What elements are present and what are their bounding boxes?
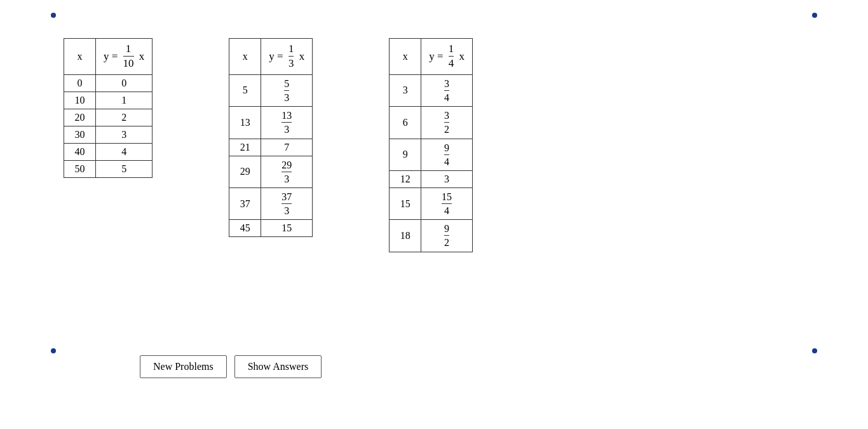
table1-formula-header: y = 110 x — [96, 39, 153, 75]
y-cell: 53 — [261, 74, 313, 106]
y-cell: 154 — [421, 187, 473, 219]
x-cell: 6 — [390, 107, 421, 139]
fraction-cell: 92 — [444, 222, 449, 249]
x-cell: 40 — [64, 143, 96, 160]
table2-formula-header: y = 13 x — [261, 39, 313, 75]
table-row: 404 — [64, 143, 153, 160]
table2: x y = 13 x 5531313321729293373734515 — [229, 38, 313, 237]
table3-formula-header: y = 14 x — [421, 39, 473, 75]
x-cell: 10 — [64, 92, 96, 109]
dot-top-left — [51, 13, 56, 18]
x-cell: 12 — [390, 170, 421, 187]
table-row: 15154 — [390, 187, 473, 219]
table1: x y = 110 x 00101202303404505 — [64, 38, 153, 178]
table-row: 00 — [64, 74, 153, 92]
y-cell: 3 — [96, 126, 153, 143]
y-cell: 92 — [421, 220, 473, 252]
table1-x-header: x — [64, 39, 96, 75]
x-cell: 50 — [64, 160, 96, 177]
table2-fraction: 13 — [288, 43, 294, 71]
table-row: 334 — [390, 74, 473, 106]
table-row: 13133 — [229, 107, 313, 139]
fraction-cell: 133 — [281, 109, 292, 135]
y-cell: 34 — [421, 74, 473, 106]
y-cell: 133 — [261, 107, 313, 139]
tables-container: x y = 110 x 00101202303404505 x — [64, 38, 473, 252]
table-row: 505 — [64, 160, 153, 177]
x-cell: 9 — [390, 139, 421, 170]
y-cell: 3 — [421, 170, 473, 187]
table-row: 632 — [390, 107, 473, 139]
table-row: 101 — [64, 92, 153, 109]
table1-formula: y = 110 x — [104, 43, 144, 71]
table-row: 202 — [64, 109, 153, 126]
fraction-cell: 154 — [442, 191, 452, 217]
fraction-cell: 34 — [444, 78, 449, 104]
y-cell: 32 — [421, 107, 473, 139]
x-cell: 20 — [64, 109, 96, 126]
y-cell: 7 — [261, 139, 313, 156]
table-row: 303 — [64, 126, 153, 143]
fraction-cell: 53 — [284, 78, 289, 104]
y-cell: 5 — [96, 160, 153, 177]
x-cell: 30 — [64, 126, 96, 143]
x-cell: 18 — [390, 220, 421, 252]
table3-formula: y = 14 x — [429, 43, 465, 71]
table-row: 29293 — [229, 156, 313, 187]
y-cell: 373 — [261, 187, 313, 219]
buttons-container: New Problems Show Answers — [140, 355, 322, 378]
x-cell: 45 — [229, 220, 261, 237]
table-row: 994 — [390, 139, 473, 170]
fraction-cell: 293 — [281, 159, 292, 185]
dot-bottom-left — [51, 348, 56, 353]
table-row: 123 — [390, 170, 473, 187]
table1-wrapper: x y = 110 x 00101202303404505 — [64, 38, 153, 252]
table-row: 217 — [229, 139, 313, 156]
y-cell: 293 — [261, 156, 313, 187]
table1-fraction: 110 — [123, 43, 134, 71]
y-cell: 15 — [261, 220, 313, 237]
table3-x-header: x — [390, 39, 421, 75]
x-cell: 0 — [64, 74, 96, 92]
table-row: 37373 — [229, 187, 313, 219]
x-cell: 21 — [229, 139, 261, 156]
table2-formula: y = 13 x — [269, 43, 304, 71]
new-problems-button[interactable]: New Problems — [140, 355, 227, 378]
y-cell: 1 — [96, 92, 153, 109]
table3-fraction: 14 — [449, 43, 454, 71]
table-row: 1892 — [390, 220, 473, 252]
table2-x-header: x — [229, 39, 261, 75]
table-row: 4515 — [229, 220, 313, 237]
fraction-cell: 94 — [444, 142, 449, 168]
x-cell: 37 — [229, 187, 261, 219]
y-cell: 4 — [96, 143, 153, 160]
table-row: 553 — [229, 74, 313, 106]
fraction-cell: 32 — [444, 109, 449, 135]
dot-top-right — [812, 13, 817, 18]
y-cell: 2 — [96, 109, 153, 126]
y-cell: 94 — [421, 139, 473, 170]
table3-wrapper: x y = 14 x 334632994123151541892 — [389, 38, 473, 252]
x-cell: 3 — [390, 74, 421, 106]
fraction-cell: 373 — [281, 191, 292, 217]
dot-bottom-right — [812, 348, 817, 353]
x-cell: 5 — [229, 74, 261, 106]
table2-wrapper: x y = 13 x 5531313321729293373734515 — [229, 38, 313, 252]
x-cell: 15 — [390, 187, 421, 219]
table3: x y = 14 x 334632994123151541892 — [389, 38, 473, 252]
y-cell: 0 — [96, 74, 153, 92]
x-cell: 13 — [229, 107, 261, 139]
show-answers-button[interactable]: Show Answers — [234, 355, 322, 378]
x-cell: 29 — [229, 156, 261, 187]
